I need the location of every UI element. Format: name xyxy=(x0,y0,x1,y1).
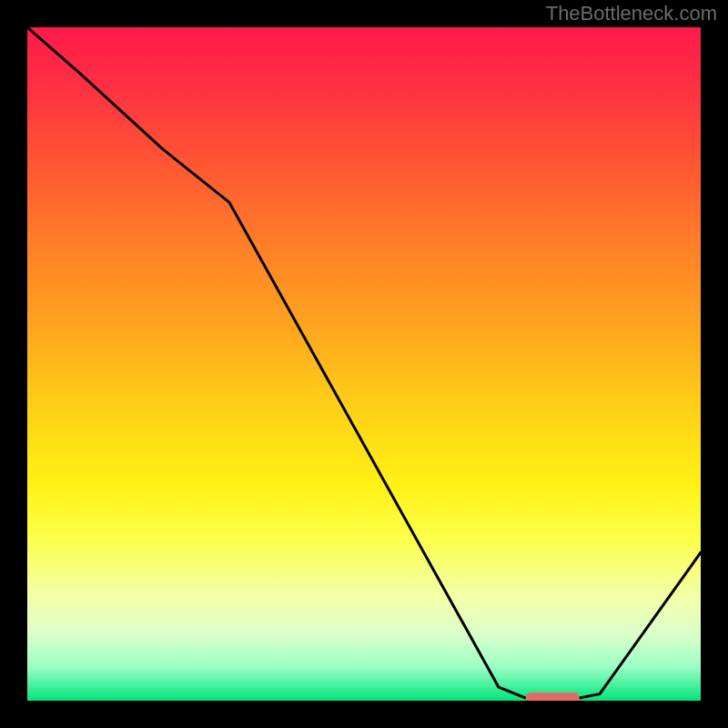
watermark-text: TheBottleneck.com xyxy=(546,2,717,25)
chart-svg xyxy=(27,27,701,701)
optimal-range-marker xyxy=(526,693,580,701)
plot-area xyxy=(27,27,701,701)
bottleneck-curve-path xyxy=(27,27,701,701)
